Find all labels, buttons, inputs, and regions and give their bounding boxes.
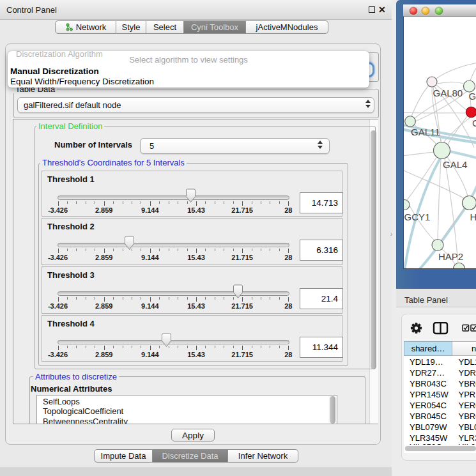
svg-text:GCY1: GCY1 bbox=[404, 211, 431, 222]
svg-text:GAL4: GAL4 bbox=[443, 159, 467, 170]
svg-text:GAL80: GAL80 bbox=[433, 88, 463, 98]
svg-text:HA: HA bbox=[470, 211, 476, 222]
svg-text:GAL11: GAL11 bbox=[411, 127, 440, 137]
svg-text:HAP2: HAP2 bbox=[438, 251, 463, 262]
svg-text:GAL: GAL bbox=[469, 91, 476, 102]
svg-text:CY: CY bbox=[472, 118, 476, 128]
